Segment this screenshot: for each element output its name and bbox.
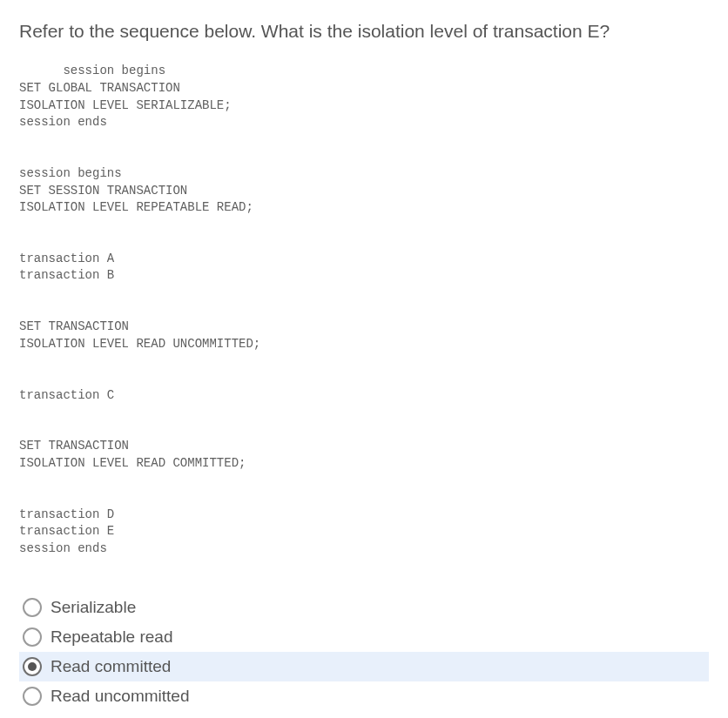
radio-icon bbox=[23, 657, 42, 676]
option-label: Read uncommitted bbox=[51, 687, 189, 706]
code-line: SET TRANSACTION bbox=[19, 319, 129, 333]
code-line: ISOLATION LEVEL SERIALIZABLE; bbox=[19, 98, 232, 112]
code-line: session ends bbox=[19, 115, 107, 129]
option-label: Read committed bbox=[51, 657, 171, 676]
option-read-uncommitted[interactable]: Read uncommitted bbox=[19, 681, 709, 711]
option-serializable[interactable]: Serializable bbox=[19, 593, 709, 622]
code-line: session ends bbox=[19, 541, 107, 555]
code-line: ISOLATION LEVEL REPEATABLE READ; bbox=[19, 200, 253, 214]
option-label: Serializable bbox=[51, 598, 136, 617]
radio-icon bbox=[23, 687, 42, 706]
option-label: Repeatable read bbox=[51, 627, 173, 647]
code-line: session begins bbox=[19, 166, 122, 180]
code-block: session begins SET GLOBAL TRANSACTION IS… bbox=[19, 63, 709, 557]
code-line: ISOLATION LEVEL READ COMMITTED; bbox=[19, 456, 246, 470]
code-line: session begins bbox=[19, 64, 165, 77]
code-line: transaction A bbox=[19, 252, 114, 265]
radio-icon bbox=[23, 627, 42, 647]
code-line: transaction B bbox=[19, 268, 114, 282]
code-line: transaction E bbox=[19, 524, 114, 538]
option-read-committed[interactable]: Read committed bbox=[19, 652, 709, 681]
question-text: Refer to the sequence below. What is the… bbox=[19, 19, 709, 44]
code-line: ISOLATION LEVEL READ UNCOMMITTED; bbox=[19, 337, 260, 351]
code-line: transaction C bbox=[19, 388, 114, 402]
radio-icon bbox=[23, 598, 42, 617]
code-line: SET GLOBAL TRANSACTION bbox=[19, 81, 180, 95]
code-line: SET TRANSACTION bbox=[19, 439, 129, 453]
code-line: SET SESSION TRANSACTION bbox=[19, 184, 187, 198]
options-list: Serializable Repeatable read Read commit… bbox=[19, 593, 709, 711]
code-line: transaction D bbox=[19, 507, 114, 521]
option-repeatable-read[interactable]: Repeatable read bbox=[19, 622, 709, 652]
